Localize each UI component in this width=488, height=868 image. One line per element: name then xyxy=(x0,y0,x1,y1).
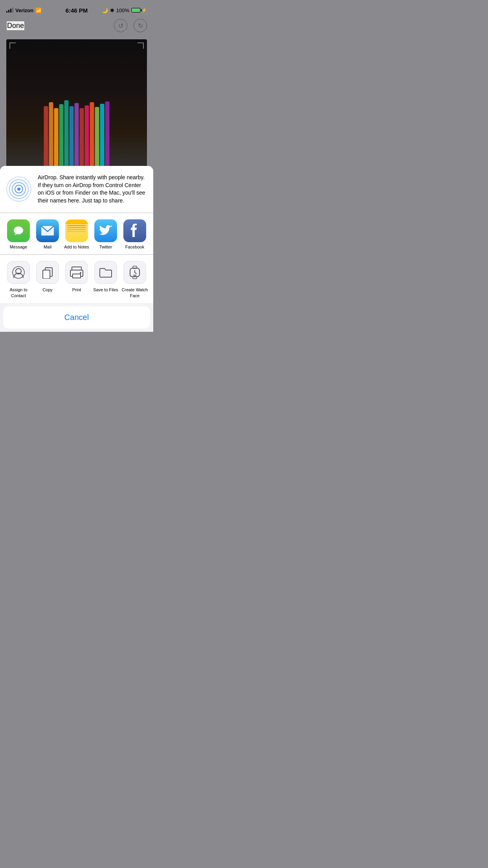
assign-contact-icon xyxy=(7,261,30,284)
print-icon xyxy=(65,261,88,284)
done-button[interactable]: Done xyxy=(6,21,25,31)
carrier-label: Verizon xyxy=(15,7,33,13)
cancel-button[interactable]: Cancel xyxy=(3,306,150,329)
share-sheet: AirDrop. Share instantly with people nea… xyxy=(0,166,153,332)
airdrop-section: AirDrop. Share instantly with people nea… xyxy=(0,166,153,212)
message-icon xyxy=(7,219,30,242)
status-right: 🌙 ✱ 100% ⚡ xyxy=(102,7,147,13)
app-item-twitter[interactable]: Twitter xyxy=(92,219,119,249)
airdrop-description: AirDrop. Share instantly with people nea… xyxy=(38,174,147,204)
nav-icons: ↺ ↻ xyxy=(114,19,147,32)
facebook-icon xyxy=(123,219,146,242)
mail-icon xyxy=(36,219,59,242)
apps-section: Message Mail xyxy=(0,213,153,254)
time-label: 6:46 PM xyxy=(66,7,88,14)
nav-bar: Done ↺ ↻ xyxy=(0,17,153,35)
app-item-message[interactable]: Message xyxy=(5,219,32,249)
action-copy[interactable]: Copy xyxy=(34,261,61,298)
watch-face-icon xyxy=(123,261,146,284)
actions-row: Assign to Contact Copy xyxy=(0,261,153,298)
action-print[interactable]: Print xyxy=(63,261,90,298)
crop-corner-tl xyxy=(9,42,16,49)
battery-icon: ⚡ xyxy=(131,8,147,13)
save-files-icon xyxy=(94,261,117,284)
svg-rect-6 xyxy=(43,270,50,279)
moon-icon: 🌙 xyxy=(102,7,108,13)
airdrop-icon xyxy=(6,177,31,202)
mail-label: Mail xyxy=(44,245,51,249)
apps-row: Message Mail xyxy=(0,219,153,249)
action-assign-contact[interactable]: Assign to Contact xyxy=(5,261,32,298)
facebook-label: Facebook xyxy=(125,245,144,249)
redo-button[interactable]: ↻ xyxy=(134,19,147,32)
message-label: Message xyxy=(10,245,28,249)
svg-rect-8 xyxy=(72,267,81,270)
marker-visual xyxy=(6,39,147,173)
twitter-icon xyxy=(94,219,117,242)
copy-label: Copy xyxy=(42,287,53,292)
svg-point-12 xyxy=(80,272,81,274)
wifi-icon: 📶 xyxy=(35,7,42,13)
twitter-label: Twitter xyxy=(99,245,112,249)
action-save-files[interactable]: Save to Files xyxy=(92,261,119,298)
bluetooth-icon: ✱ xyxy=(110,7,114,13)
notes-label: Add to Notes xyxy=(64,245,89,249)
watch-face-label: Create Watch Face xyxy=(121,287,148,298)
svg-line-17 xyxy=(135,272,136,274)
battery-percent: 100% xyxy=(116,7,129,13)
signal-bars xyxy=(6,8,13,13)
photo-area xyxy=(6,39,147,173)
status-left: Verizon 📶 xyxy=(6,7,42,13)
airdrop-row: AirDrop. Share instantly with people nea… xyxy=(6,174,147,204)
svg-rect-10 xyxy=(73,274,81,278)
cancel-section: Cancel xyxy=(3,306,150,329)
background: Verizon 📶 6:46 PM 🌙 ✱ 100% ⚡ Done ↺ ↻ xyxy=(0,0,153,332)
app-item-mail[interactable]: Mail xyxy=(34,219,61,249)
actions-section: Assign to Contact Copy xyxy=(0,255,153,303)
undo-button[interactable]: ↺ xyxy=(114,19,127,32)
crop-corner-tr xyxy=(138,42,144,49)
assign-contact-label: Assign to Contact xyxy=(5,287,32,298)
action-watch-face[interactable]: Create Watch Face xyxy=(121,261,149,298)
app-item-facebook[interactable]: Facebook xyxy=(121,219,149,249)
svg-rect-18 xyxy=(133,275,136,276)
copy-icon xyxy=(36,261,59,284)
notes-icon xyxy=(65,219,88,242)
bolt-icon: ⚡ xyxy=(141,8,147,13)
app-item-notes[interactable]: Add to Notes xyxy=(63,219,90,249)
status-bar: Verizon 📶 6:46 PM 🌙 ✱ 100% ⚡ xyxy=(0,0,153,17)
save-files-label: Save to Files xyxy=(93,287,118,292)
print-label: Print xyxy=(72,287,81,292)
